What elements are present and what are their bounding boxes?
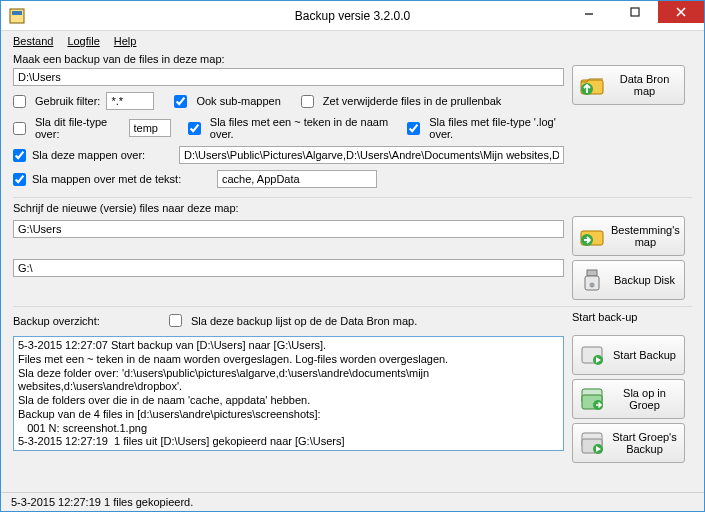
svg-rect-1 (12, 11, 22, 15)
skip-log-label: Sla files met file-type '.log' over. (429, 116, 564, 140)
start-group-label: Start Groep's Backup (611, 431, 678, 455)
use-filter-label: Gebruik filter: (35, 95, 100, 107)
menu-bestand[interactable]: Bestand (13, 35, 53, 47)
dest-browse-label: Bestemming's map (611, 224, 680, 248)
app-icon (9, 8, 25, 24)
start-backup-label: Start Backup (611, 349, 678, 361)
divider-2 (13, 306, 692, 307)
app-window: Backup versie 3.2.0.0 Bestand Logfile He… (0, 0, 705, 512)
source-heading: Maak een backup van de files in deze map… (13, 53, 564, 65)
folder-right-icon (579, 223, 605, 249)
recycle-checkbox[interactable] (301, 95, 314, 108)
save-list-checkbox[interactable] (169, 314, 182, 327)
minimize-button[interactable] (566, 1, 612, 23)
source-browse-label: Data Bron map (611, 73, 678, 97)
save-group-button[interactable]: Sla op in Groep (572, 379, 685, 419)
backup-disk-button[interactable]: Backup Disk (572, 260, 685, 300)
statusbar: 5-3-2015 12:27:19 1 files gekopieerd. (1, 492, 704, 511)
disk-path-input[interactable] (13, 259, 564, 277)
skip-filetype-input[interactable] (129, 119, 171, 137)
filter-input[interactable] (106, 92, 154, 110)
skip-folders-label: Sla deze mappen over: (32, 149, 145, 161)
skip-tilde-checkbox[interactable] (188, 122, 201, 135)
titlebar: Backup versie 3.2.0.0 (1, 1, 704, 31)
skip-name-contains-label: Sla mappen over met de tekst: (32, 173, 181, 185)
start-backup-button[interactable]: Start Backup (572, 335, 685, 375)
start-heading: Start back-up (572, 311, 692, 323)
subfolders-checkbox[interactable] (174, 95, 187, 108)
close-button[interactable] (658, 1, 704, 23)
menubar: Bestand Logfile Help (1, 31, 704, 47)
source-browse-button[interactable]: Data Bron map (572, 65, 685, 105)
recycle-label: Zet verwijderde files in de prullenbak (323, 95, 502, 107)
menu-help[interactable]: Help (114, 35, 137, 47)
svg-rect-3 (631, 8, 639, 16)
start-group-button[interactable]: Start Groep's Backup (572, 423, 685, 463)
subfolders-label: Ook sub-mappen (196, 95, 280, 107)
start-group-icon (579, 430, 605, 456)
source-path-input[interactable] (13, 68, 564, 86)
overview-heading: Backup overzicht: (13, 315, 163, 327)
skip-filetype-label: Sla dit file-type over: (35, 116, 123, 140)
save-group-label: Sla op in Groep (611, 387, 678, 411)
skip-name-contains-input[interactable] (217, 170, 377, 188)
dest-heading: Schrijf de nieuwe (versie) files naar de… (13, 202, 564, 214)
save-list-label: Sla deze backup lijst op de de Data Bron… (191, 315, 417, 327)
svg-rect-10 (587, 270, 597, 276)
skip-folders-input[interactable] (179, 146, 564, 164)
skip-folders-checkbox[interactable] (13, 149, 26, 162)
usb-disk-icon (579, 267, 605, 293)
folder-up-icon (579, 72, 605, 98)
dest-browse-button[interactable]: Bestemming's map (572, 216, 685, 256)
save-group-icon (579, 386, 605, 412)
backup-disk-label: Backup Disk (611, 274, 678, 286)
skip-filetype-checkbox[interactable] (13, 122, 26, 135)
log-output[interactable]: 5-3-2015 12:27:07 Start backup van [D:\U… (13, 336, 564, 451)
dest-path-input[interactable] (13, 220, 564, 238)
divider (13, 197, 692, 198)
window-controls (566, 1, 704, 23)
skip-tilde-label: Sla files met een ~ teken in de naam ove… (210, 116, 390, 140)
maximize-button[interactable] (612, 1, 658, 23)
skip-name-contains-checkbox[interactable] (13, 173, 26, 186)
start-backup-icon (579, 342, 605, 368)
menu-logfile[interactable]: Logfile (67, 35, 99, 47)
skip-log-checkbox[interactable] (407, 122, 420, 135)
use-filter-checkbox[interactable] (13, 95, 26, 108)
svg-point-12 (590, 283, 595, 288)
